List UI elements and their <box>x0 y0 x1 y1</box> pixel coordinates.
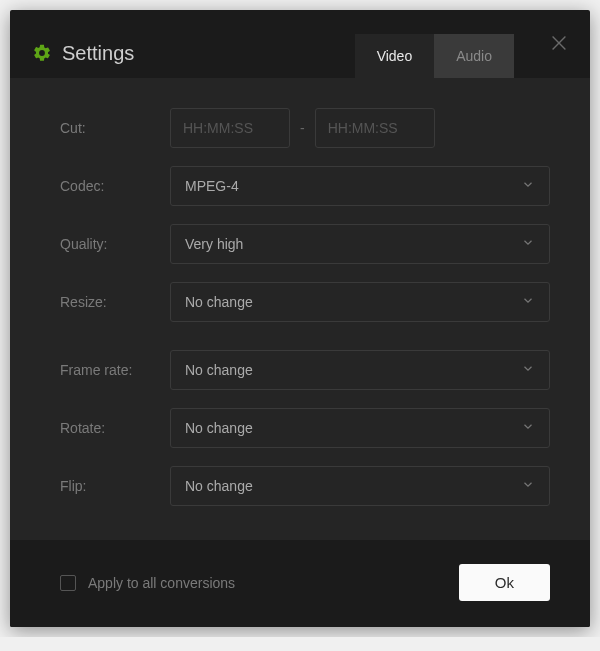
chevron-down-icon <box>521 294 535 311</box>
settings-dialog: Settings Video Audio Cut: - Codec: <box>10 10 590 627</box>
apply-all-checkbox-wrap[interactable]: Apply to all conversions <box>60 575 235 591</box>
cut-inputs: - <box>170 108 550 148</box>
chevron-down-icon <box>521 420 535 437</box>
resize-label: Resize: <box>60 294 170 310</box>
resize-select[interactable]: No change <box>170 282 550 322</box>
chevron-down-icon <box>521 236 535 253</box>
tab-bar: Video Audio <box>355 34 514 78</box>
row-cut: Cut: - <box>60 108 550 148</box>
resize-value: No change <box>185 294 253 310</box>
close-icon <box>548 32 570 54</box>
cut-from-input[interactable] <box>170 108 290 148</box>
tab-audio[interactable]: Audio <box>434 34 514 78</box>
chevron-down-icon <box>521 478 535 495</box>
dialog-footer: Apply to all conversions Ok <box>10 540 590 627</box>
row-quality: Quality: Very high <box>60 224 550 264</box>
dialog-header: Settings Video Audio <box>10 10 590 78</box>
frame-rate-value: No change <box>185 362 253 378</box>
apply-all-label: Apply to all conversions <box>88 575 235 591</box>
codec-label: Codec: <box>60 178 170 194</box>
rotate-select[interactable]: No change <box>170 408 550 448</box>
dialog-body: Cut: - Codec: MPEG-4 Quality: <box>10 78 590 540</box>
quality-value: Very high <box>185 236 243 252</box>
chevron-down-icon <box>521 362 535 379</box>
codec-value: MPEG-4 <box>185 178 239 194</box>
chevron-down-icon <box>521 178 535 195</box>
row-flip: Flip: No change <box>60 466 550 506</box>
cut-to-input[interactable] <box>315 108 435 148</box>
quality-select[interactable]: Very high <box>170 224 550 264</box>
flip-label: Flip: <box>60 478 170 494</box>
frame-rate-label: Frame rate: <box>60 362 170 378</box>
rotate-value: No change <box>185 420 253 436</box>
header-title-group: Settings <box>32 42 134 65</box>
row-frame-rate: Frame rate: No change <box>60 350 550 390</box>
ok-button[interactable]: Ok <box>459 564 550 601</box>
rotate-label: Rotate: <box>60 420 170 436</box>
cut-dash: - <box>300 120 305 136</box>
row-rotate: Rotate: No change <box>60 408 550 448</box>
quality-label: Quality: <box>60 236 170 252</box>
tab-video[interactable]: Video <box>355 34 435 78</box>
row-resize: Resize: No change <box>60 282 550 322</box>
apply-all-checkbox[interactable] <box>60 575 76 591</box>
flip-value: No change <box>185 478 253 494</box>
cut-label: Cut: <box>60 120 170 136</box>
codec-select[interactable]: MPEG-4 <box>170 166 550 206</box>
row-codec: Codec: MPEG-4 <box>60 166 550 206</box>
close-button[interactable] <box>548 32 570 54</box>
dialog-title: Settings <box>62 42 134 65</box>
frame-rate-select[interactable]: No change <box>170 350 550 390</box>
gear-icon <box>32 43 52 63</box>
flip-select[interactable]: No change <box>170 466 550 506</box>
